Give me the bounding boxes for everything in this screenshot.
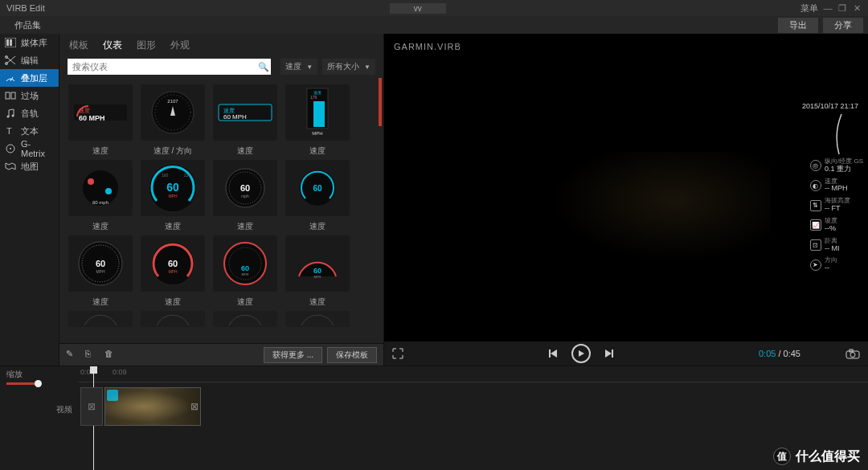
svg-rect-1 bbox=[6, 39, 9, 46]
map-icon bbox=[5, 161, 16, 172]
copy-icon[interactable]: ⎘ bbox=[85, 349, 98, 362]
gauge-item[interactable]: 60MPH 速度 bbox=[66, 235, 135, 308]
camera-icon[interactable] bbox=[845, 348, 860, 359]
music-icon bbox=[5, 108, 16, 119]
track-line-icon bbox=[829, 114, 845, 154]
export-button[interactable]: 导出 bbox=[778, 18, 818, 33]
gauge-item[interactable]: 2107 速度 / 方向 bbox=[138, 84, 207, 157]
svg-text:60: 60 bbox=[168, 259, 178, 268]
trash-icon[interactable]: 🗑 bbox=[104, 349, 117, 362]
gauge-item[interactable] bbox=[138, 311, 207, 327]
tab-template[interactable]: 模板 bbox=[69, 39, 88, 52]
video-content bbox=[530, 152, 771, 272]
menu-button[interactable]: 菜单 bbox=[800, 2, 818, 14]
prev-button[interactable] bbox=[547, 348, 559, 359]
ruler[interactable]: 0:00 0:09 bbox=[79, 366, 868, 382]
video-preview[interactable]: GARMIN.VIRB 2015/10/17 21:17 ◎纵向/经度 GS0.… bbox=[384, 34, 868, 341]
transition-seg[interactable]: ⊠ bbox=[80, 387, 103, 426]
gauge-item[interactable]: 速度179MPH 速度 bbox=[283, 84, 352, 157]
gauge-item[interactable]: 60 mph 速度 bbox=[66, 160, 135, 232]
gauge-item[interactable]: 60 速度 bbox=[283, 160, 352, 232]
sidebar-item-edit[interactable]: 编辑 bbox=[0, 51, 59, 69]
svg-text:60 MPH: 60 MPH bbox=[79, 114, 105, 122]
svg-text:MPH: MPH bbox=[314, 275, 321, 279]
svg-marker-58 bbox=[579, 350, 584, 357]
svg-text:MPH: MPH bbox=[168, 194, 178, 198]
gauge-item[interactable]: 60MPH 速度 bbox=[283, 235, 352, 308]
sidebar-item-transition[interactable]: 过场 bbox=[0, 87, 59, 104]
media-icon bbox=[5, 37, 16, 48]
svg-rect-6 bbox=[6, 92, 10, 99]
x-icon: ⊠ bbox=[190, 401, 199, 412]
svg-text:179: 179 bbox=[310, 95, 317, 100]
speedo-icon: ◐ bbox=[810, 180, 821, 191]
gauge-grid: 速度60 MPH 速度 2107 速度 / 方向 速度60 MPH 速度 速度1… bbox=[59, 78, 383, 343]
stat-altitude: ⇅海拔高度-- FT bbox=[810, 198, 863, 213]
get-more-button[interactable]: 获得更多 ... bbox=[264, 347, 322, 363]
gauge-item[interactable]: 速度60 MPH 速度 bbox=[211, 84, 280, 157]
pencil-icon[interactable]: ✎ bbox=[66, 349, 79, 362]
filter-speed[interactable]: 速度▼ bbox=[280, 59, 317, 75]
play-button[interactable] bbox=[571, 344, 591, 363]
filter-size[interactable]: 所有大小▼ bbox=[322, 59, 375, 75]
gauge-item[interactable]: 速度60 MPH 速度 bbox=[66, 84, 135, 157]
timeline-tracks[interactable]: 0:00 0:09 ⊠ ⊠ bbox=[79, 366, 868, 470]
gauge-item[interactable] bbox=[66, 311, 135, 327]
sidebar-item-audio[interactable]: 音轨 bbox=[0, 104, 59, 122]
heading-icon: ➤ bbox=[810, 260, 821, 271]
timestamp-overlay: 2015/10/17 21:17 bbox=[802, 102, 858, 110]
sidebar-item-label: 编辑 bbox=[21, 55, 39, 67]
editor-panel: 模板 仪表 图形 外观 🔍 速度▼ 所有大小▼ 速度60 MPH 速度 bbox=[59, 34, 384, 366]
worksets-label[interactable]: 作品集 bbox=[14, 19, 41, 31]
share-button[interactable]: 分享 bbox=[823, 18, 863, 33]
tab-appearance[interactable]: 外观 bbox=[170, 39, 190, 52]
tab-gauge[interactable]: 仪表 bbox=[103, 39, 122, 52]
chevron-down-icon: ▼ bbox=[306, 63, 313, 71]
gauge-item[interactable]: 60MPH 速度 bbox=[138, 235, 207, 308]
minimize-icon[interactable]: — bbox=[823, 3, 833, 13]
gauge-item[interactable]: 60MPH160220 速度 bbox=[138, 160, 207, 232]
maximize-icon[interactable]: ❐ bbox=[837, 3, 847, 14]
fullscreen-icon[interactable] bbox=[392, 348, 403, 359]
svg-point-29 bbox=[88, 178, 94, 185]
video-lane-label: 视频 bbox=[0, 390, 79, 430]
svg-point-62 bbox=[850, 353, 855, 358]
sidebar-item-text[interactable]: T 文本 bbox=[0, 122, 59, 140]
next-button[interactable] bbox=[604, 348, 615, 359]
svg-point-8 bbox=[7, 116, 10, 118]
gauge-item[interactable]: 60mph 速度 bbox=[211, 160, 280, 232]
gauge-item[interactable]: 60MPH 速度 bbox=[211, 235, 280, 308]
sidebar-item-map[interactable]: 地图 bbox=[0, 157, 59, 175]
scrollbar[interactable] bbox=[379, 78, 382, 126]
cut-icon bbox=[5, 55, 16, 66]
sidebar-item-overlay[interactable]: 叠加层 bbox=[0, 69, 59, 87]
svg-text:速度: 速度 bbox=[223, 108, 235, 113]
video-clip[interactable]: ⊠ bbox=[104, 387, 201, 426]
app-title: VIRB Edit bbox=[6, 3, 45, 13]
zoom-slider[interactable] bbox=[6, 382, 39, 385]
sidebar-item-label: 叠加层 bbox=[21, 72, 47, 84]
zoom-knob[interactable] bbox=[35, 380, 42, 387]
sidebar-item-label: 音轨 bbox=[21, 108, 39, 120]
document-name[interactable]: vv bbox=[390, 3, 446, 14]
site-watermark: 值 什么值得买 bbox=[773, 448, 860, 465]
video-track: ⊠ ⊠ bbox=[80, 387, 201, 426]
search-input[interactable] bbox=[68, 59, 271, 75]
stat-speed: ◐速度-- MPH bbox=[810, 178, 863, 194]
search-icon[interactable]: 🔍 bbox=[258, 62, 269, 72]
svg-text:MPH: MPH bbox=[242, 272, 249, 276]
tab-graphic[interactable]: 图形 bbox=[137, 39, 156, 52]
sidebar: 媒体库 编辑 叠加层 过场 音轨 T 文本 G-Metrix 地图 bbox=[0, 34, 59, 366]
close-icon[interactable]: ✕ bbox=[852, 3, 862, 14]
timeline: 缩放 视频 0:00 0:09 ⊠ ⊠ bbox=[0, 366, 868, 470]
sidebar-item-gmetrix[interactable]: G-Metrix bbox=[0, 140, 59, 157]
gauge-item[interactable] bbox=[283, 311, 352, 327]
gauge-icon bbox=[5, 72, 16, 84]
svg-text:60: 60 bbox=[240, 183, 250, 193]
gauge-item[interactable] bbox=[211, 311, 280, 327]
sidebar-item-label: G-Metrix bbox=[21, 139, 54, 158]
sidebar-item-media[interactable]: 媒体库 bbox=[0, 34, 59, 51]
save-template-button[interactable]: 保存模板 bbox=[327, 347, 377, 363]
svg-text:2107: 2107 bbox=[167, 99, 178, 104]
sidebar-item-label: 地图 bbox=[21, 161, 39, 173]
